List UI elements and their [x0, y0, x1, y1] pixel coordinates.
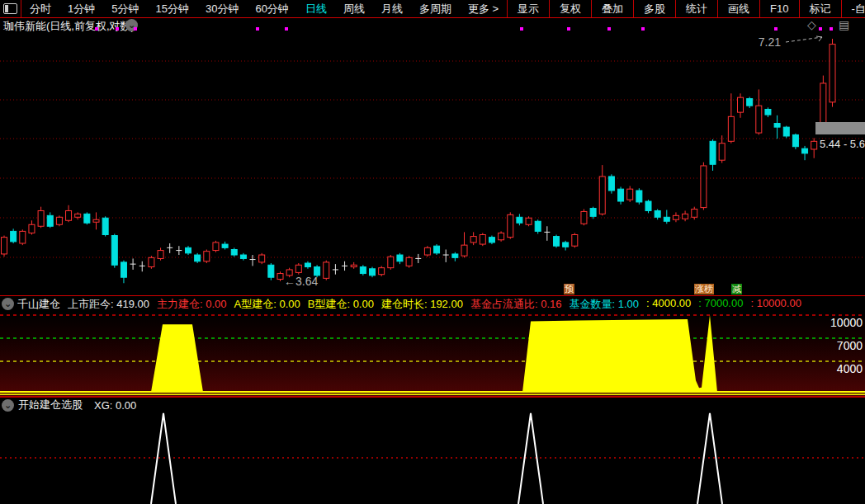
diamond-tool-icon[interactable]: ◇ [807, 18, 816, 31]
indicator-field-基金占流通比: 基金占流通比: 0.16 [470, 297, 562, 312]
indicator-values: 上市距今: 419.00主力建仓: 0.00A型建仓: 0.00B型建仓: 0.… [68, 297, 809, 312]
indicator-field-B型建仓: B型建仓: 0.00 [308, 297, 374, 312]
toolbar-item-更多 >[interactable]: 更多 > [460, 2, 507, 16]
event-mark-dot [285, 27, 288, 31]
toolbar-item-分时[interactable]: 分时 [21, 2, 59, 16]
indicator-axis-label: 7000 [837, 339, 863, 352]
toolbar-item-画线[interactable]: 画线 [718, 2, 759, 16]
note-tool-icon[interactable]: ▤ [839, 18, 849, 31]
top-toolbar: 分时1分钟5分钟15分钟30分钟60分钟日线周线月线多周期更多 > 显示复权叠加… [0, 0, 865, 18]
toolbar-item-F10[interactable]: F10 [760, 2, 798, 15]
layout-toggle-icon[interactable] [3, 3, 17, 14]
toolbar-item-叠加[interactable]: 叠加 [592, 2, 633, 16]
indicator-axis-label: 10000 [830, 316, 863, 329]
low-price-label: ←3.64 [284, 275, 318, 288]
indicator-field-主力建仓: 主力建仓: 0.00 [157, 297, 227, 312]
collapse-indicator-icon[interactable]: ⌄ [2, 298, 14, 310]
range-box [815, 122, 865, 134]
toolbar-item-标记[interactable]: 标记 [800, 2, 841, 16]
toolbar-item-多股[interactable]: 多股 [634, 2, 675, 16]
xg-signal-spike [518, 413, 543, 504]
chart-badge-涨榜[interactable]: 涨榜 [694, 284, 714, 294]
toolbar-item-统计[interactable]: 统计 [676, 2, 717, 16]
event-mark-dot [774, 27, 778, 31]
toolbar-item-周线[interactable]: 周线 [335, 2, 373, 16]
xg-indicator-name[interactable]: 开始建仓选股 [18, 398, 83, 412]
indicator-header: ⌄ 千山建仓 上市距今: 419.00主力建仓: 0.00A型建仓: 0.00B… [0, 295, 865, 312]
title-row: 珈伟新能(日线,前复权,对数) ⌄ ◇ ▤ [0, 18, 865, 33]
event-mark-dot [607, 27, 611, 31]
high-price-label: 7.21 [759, 35, 781, 49]
range-label: 5.44 - 5.63 [820, 138, 865, 150]
indicator-field: : 4000.00 [646, 297, 691, 312]
indicator-field-基金数量: 基金数量: 1.00 [569, 297, 639, 312]
xg-value: XG: 0.00 [94, 399, 136, 412]
xg-header: ⌄ 开始建仓选股 XG: 0.00 [0, 398, 865, 412]
event-mark-dot [819, 27, 822, 31]
toolbar-item-日线[interactable]: 日线 [297, 2, 335, 16]
main-candlestick-chart[interactable]: 7.21←3.645.44 - 5.63 [0, 33, 865, 295]
indicator-field-A型建仓: A型建仓: 0.00 [234, 297, 300, 312]
indicator-panel[interactable]: 1000070004000 [0, 312, 865, 396]
toolbar-item-复权[interactable]: 复权 [550, 2, 591, 16]
event-mark-dot [520, 27, 523, 31]
indicator-field: : 7000.00 [698, 297, 743, 312]
toolbar-item-15分钟[interactable]: 15分钟 [147, 2, 196, 16]
chart-badge-预[interactable]: 预 [564, 284, 574, 294]
right-menu: 显示复权叠加多股统计画线F10标记-自定 [507, 0, 865, 17]
xg-signal-spike [151, 413, 176, 504]
event-mark-dot [95, 27, 98, 31]
toolbar-item-30分钟[interactable]: 30分钟 [197, 2, 247, 16]
event-mark-dot [641, 27, 645, 31]
stock-title: 珈伟新能(日线,前复权,对数) [3, 19, 135, 34]
toolbar-item--自定[interactable]: -自定 [842, 2, 865, 16]
period-menu: 分时1分钟5分钟15分钟30分钟60分钟日线周线月线多周期更多 > [21, 2, 507, 16]
fund-position-area [522, 315, 717, 392]
event-mark-dot [567, 27, 570, 31]
toolbar-item-多周期[interactable]: 多周期 [411, 2, 460, 16]
event-mark-dot [116, 27, 119, 31]
indicator-field-上市距今: 上市距今: 419.00 [68, 297, 149, 312]
event-mark-dot [134, 27, 137, 31]
event-mark-dot [256, 27, 259, 31]
indicator-field: : 10000.00 [750, 297, 801, 312]
chart-badge-减[interactable]: 减 [731, 284, 742, 294]
xg-signal-spike [697, 413, 722, 504]
toolbar-item-月线[interactable]: 月线 [373, 2, 411, 16]
fund-position-area [151, 324, 203, 392]
toolbar-item-1分钟[interactable]: 1分钟 [59, 2, 103, 16]
indicator-field-建仓时长: 建仓时长: 192.00 [381, 297, 463, 312]
toolbar-item-5分钟[interactable]: 5分钟 [103, 2, 147, 16]
toolbar-item-60分钟[interactable]: 60分钟 [247, 2, 296, 16]
collapse-xg-icon[interactable]: ⌄ [2, 399, 14, 412]
indicator-name[interactable]: 千山建仓 [17, 297, 60, 312]
indicator-axis-label: 4000 [837, 362, 863, 375]
toolbar-item-显示[interactable]: 显示 [508, 2, 549, 16]
xg-signal-panel[interactable] [0, 412, 865, 504]
event-mark-dot [830, 27, 833, 31]
